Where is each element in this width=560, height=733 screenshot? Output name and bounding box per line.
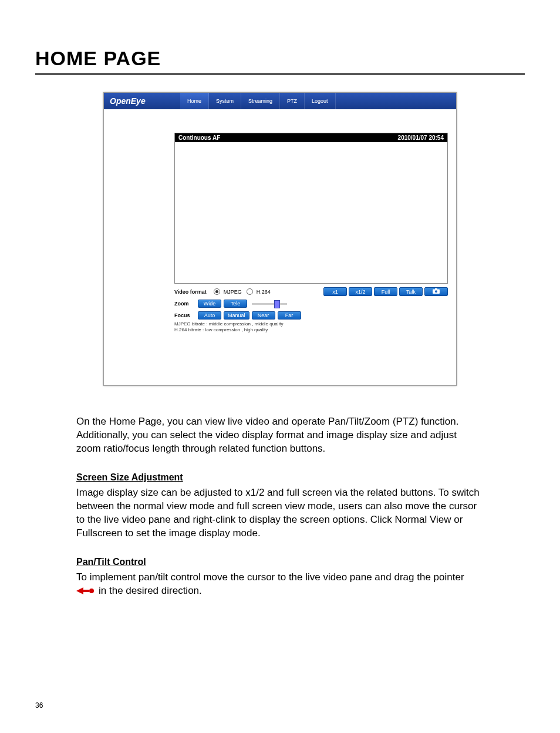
radio-h264-label: H.264 (257, 289, 271, 295)
snapshot-button[interactable] (424, 287, 448, 296)
status-af: Continuous AF (178, 135, 220, 141)
zoom-label: Zoom (174, 301, 195, 307)
focus-manual-button[interactable]: Manual (224, 311, 249, 320)
page-title: HOME PAGE (35, 47, 525, 75)
app-header: OpenEye Home System Streaming PTZ Logout (104, 93, 456, 109)
radio-mjpeg-label: MJPEG (224, 289, 242, 295)
red-arrow-icon (76, 587, 95, 595)
bitrate-info: MJPEG bitrate : middle compression , mid… (174, 321, 448, 333)
video-status-bar: Continuous AF 2010/01/07 20:54 (174, 133, 448, 142)
pantilt-line2: in the desired direction. (99, 584, 202, 598)
zoom-slider-thumb[interactable] (274, 300, 280, 308)
tab-streaming[interactable]: Streaming (241, 93, 280, 109)
pantilt-line1: To implement pan/tilt control move the c… (76, 571, 464, 583)
tab-system[interactable]: System (209, 93, 241, 109)
bitrate-mjpeg: MJPEG bitrate : middle compression , mid… (174, 321, 448, 327)
section-screen-size-body: Image display size can be adjusted to x1… (76, 486, 484, 540)
intro-paragraph: On the Home Page, you can view live vide… (76, 415, 484, 456)
radio-h264[interactable] (247, 288, 253, 295)
x1-2-button[interactable]: x1/2 (349, 287, 372, 296)
row-zoom: Zoom Wide Tele (174, 300, 448, 308)
app-screenshot: OpenEye Home System Streaming PTZ Logout… (103, 92, 457, 386)
focus-far-button[interactable]: Far (278, 311, 301, 320)
focus-near-button[interactable]: Near (252, 311, 275, 320)
svg-point-4 (89, 589, 94, 593)
tab-ptz[interactable]: PTZ (280, 93, 305, 109)
nav-tabs: Home System Streaming PTZ Logout (180, 93, 456, 109)
row-focus: Focus Auto Manual Near Far (174, 311, 448, 320)
full-button[interactable]: Full (374, 287, 397, 296)
video-pane[interactable] (174, 142, 448, 284)
section-pantilt-body: To implement pan/tilt control move the c… (76, 571, 484, 599)
zoom-slider[interactable] (252, 303, 287, 305)
page-number: 36 (35, 701, 43, 710)
svg-marker-3 (76, 587, 89, 594)
row-video-format: Video format MJPEG H.264 x1 x1/2 Full Ta… (174, 287, 448, 296)
logo-openeye: OpenEye (104, 93, 180, 109)
zoom-wide-button[interactable]: Wide (198, 300, 221, 308)
tab-home[interactable]: Home (180, 93, 209, 109)
bitrate-h264: H.264 bitrate : low compression , high q… (174, 327, 448, 333)
status-timestamp: 2010/01/07 20:54 (398, 135, 444, 141)
svg-rect-1 (435, 288, 437, 290)
focus-label: Focus (174, 312, 195, 318)
sidebar-spacer (104, 109, 168, 385)
video-format-label: Video format (174, 289, 207, 295)
camera-icon (433, 288, 440, 295)
radio-mjpeg[interactable] (214, 288, 220, 295)
section-pantilt-title: Pan/Tilt Control (76, 557, 484, 567)
talk-button[interactable]: Talk (399, 287, 423, 296)
section-screen-size-title: Screen Size Adjustment (76, 472, 484, 483)
size-button-cluster: x1 x1/2 Full Talk (323, 287, 448, 296)
focus-auto-button[interactable]: Auto (198, 311, 221, 320)
app-body: Continuous AF 2010/01/07 20:54 Video for… (104, 109, 456, 385)
zoom-tele-button[interactable]: Tele (224, 300, 247, 308)
svg-point-2 (435, 290, 437, 292)
x1-button[interactable]: x1 (323, 287, 347, 296)
tab-logout[interactable]: Logout (305, 93, 336, 109)
